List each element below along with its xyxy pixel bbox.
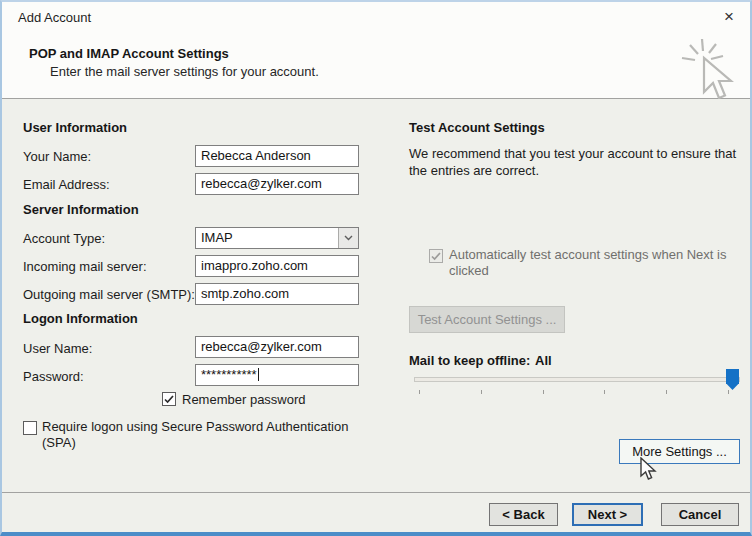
remember-password-checkbox[interactable] (162, 392, 176, 406)
chevron-down-icon (344, 235, 353, 241)
your-name-label: Your Name: (23, 149, 91, 164)
account-type-value: IMAP (201, 230, 233, 245)
close-icon[interactable]: × (724, 7, 734, 27)
offline-slider-track[interactable] (414, 377, 740, 382)
auto-test-label: Automatically test account settings when… (449, 247, 731, 279)
form-body: User Information Your Name: Rebecca Ande… (2, 99, 750, 535)
test-account-settings-heading: Test Account Settings (409, 120, 545, 135)
email-address-label: Email Address: (23, 177, 110, 192)
next-button[interactable]: Next > (572, 503, 643, 526)
email-address-input[interactable]: rebecca@zylker.com (195, 173, 359, 195)
test-account-description: We recommend that you test your account … (409, 145, 749, 179)
incoming-server-label: Incoming mail server: (23, 259, 147, 274)
window-title: Add Account (18, 10, 91, 25)
spa-checkbox[interactable] (23, 421, 37, 435)
mouse-cursor-icon (638, 457, 658, 483)
account-type-label: Account Type: (23, 231, 105, 246)
logon-username-label: User Name: (23, 341, 92, 356)
incoming-server-input[interactable]: imappro.zoho.com (195, 255, 359, 277)
mail-offline-value: All (535, 353, 552, 368)
mail-offline-label: Mail to keep offline: (409, 353, 530, 368)
back-button[interactable]: < Back (489, 503, 558, 526)
title-bar: Add Account × (2, 2, 750, 32)
test-account-settings-button[interactable]: Test Account Settings ... (409, 306, 565, 333)
remember-password-label: Remember password (182, 392, 306, 408)
slider-ticks (419, 390, 729, 394)
footer-divider (2, 492, 750, 493)
page-title: POP and IMAP Account Settings (29, 46, 229, 61)
cancel-button[interactable]: Cancel (661, 503, 739, 526)
text-caret (258, 368, 259, 381)
checkmark-icon (431, 252, 441, 261)
outgoing-server-label: Outgoing mail server (SMTP): (23, 287, 195, 302)
click-cursor-icon (678, 38, 736, 104)
password-input[interactable]: *********** (195, 364, 359, 386)
auto-test-checkbox[interactable] (429, 249, 443, 263)
outgoing-server-input[interactable]: smtp.zoho.com (195, 283, 359, 305)
server-information-heading: Server Information (23, 202, 139, 217)
user-information-heading: User Information (23, 120, 127, 135)
page-subtitle: Enter the mail server settings for your … (50, 64, 319, 79)
your-name-input[interactable]: Rebecca Anderson (195, 145, 359, 167)
password-label: Password: (23, 369, 84, 384)
logon-username-input[interactable]: rebecca@zylker.com (195, 336, 359, 358)
account-type-select[interactable]: IMAP (195, 227, 359, 249)
password-masked-value: *********** (201, 367, 257, 382)
add-account-dialog: Add Account × POP and IMAP Account Setti… (0, 0, 752, 536)
offline-slider-thumb[interactable] (726, 369, 739, 390)
wizard-header: POP and IMAP Account Settings Enter the … (2, 32, 750, 99)
logon-information-heading: Logon Information (23, 311, 138, 326)
dropdown-button[interactable] (338, 228, 358, 248)
checkmark-icon (164, 395, 174, 404)
spa-label: Require logon using Secure Password Auth… (42, 419, 364, 451)
